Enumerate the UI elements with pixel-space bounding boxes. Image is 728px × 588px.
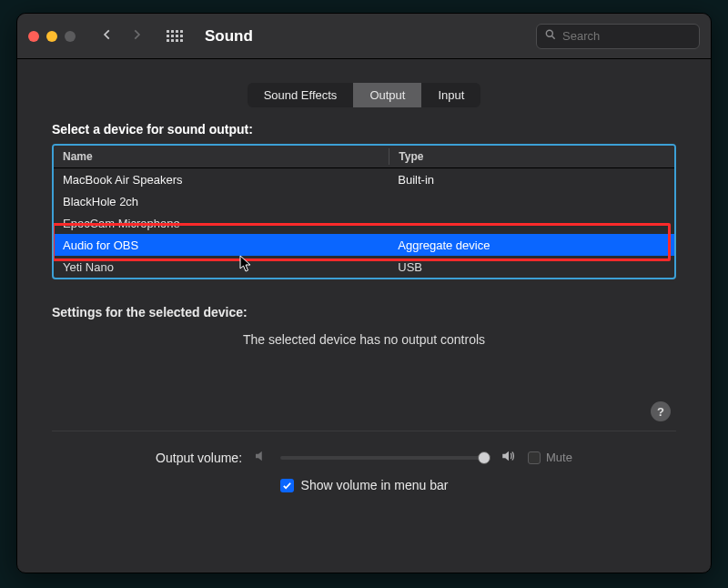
- show-volume-label: Show volume in menu bar: [301, 478, 449, 492]
- mute-label: Mute: [546, 451, 572, 464]
- preferences-window: Sound Sound Effects Output Input Select …: [16, 13, 712, 573]
- mute-group: Mute: [528, 451, 572, 464]
- svg-point-0: [546, 30, 552, 36]
- device-table: Name Type MacBook Air Speakers Built-in …: [52, 144, 676, 279]
- segmented-tabs: Sound Effects Output Input: [248, 83, 481, 107]
- bottom-panel: Output volume: Mute Sho: [52, 431, 676, 492]
- table-row[interactable]: MacBook Air Speakers Built-in: [54, 168, 674, 190]
- table-row[interactable]: EpocCam Microphone: [54, 212, 674, 234]
- output-volume-slider[interactable]: [280, 456, 490, 460]
- show-volume-row: Show volume in menu bar: [280, 478, 449, 492]
- nav-arrows: [101, 28, 143, 44]
- slider-thumb[interactable]: [478, 451, 490, 464]
- no-controls-message: The selected device has no output contro…: [52, 332, 676, 347]
- search-input[interactable]: [562, 29, 692, 43]
- section-label: Select a device for sound output:: [52, 122, 676, 137]
- help-button[interactable]: ?: [651, 401, 671, 421]
- table-row[interactable]: BlackHole 2ch: [54, 190, 674, 212]
- close-window-button[interactable]: [28, 31, 39, 42]
- table-row-selected[interactable]: Audio for OBS Aggregate device: [54, 234, 674, 256]
- mute-checkbox[interactable]: [528, 451, 541, 464]
- svg-line-1: [551, 35, 554, 38]
- search-icon: [544, 28, 557, 44]
- window-title: Sound: [205, 27, 253, 46]
- table-row[interactable]: Yeti Nano USB: [54, 256, 674, 278]
- col-header-type[interactable]: Type: [389, 146, 674, 167]
- volume-row: Output volume: Mute: [52, 448, 676, 467]
- traffic-lights: [28, 31, 76, 42]
- tab-input[interactable]: Input: [421, 83, 480, 107]
- titlebar: Sound: [17, 14, 711, 59]
- output-volume-label: Output volume:: [156, 451, 242, 465]
- forward-button[interactable]: [130, 28, 143, 44]
- zoom-window-button[interactable]: [65, 31, 76, 42]
- content-area: Sound Effects Output Input Select a devi…: [17, 59, 711, 573]
- show-all-icon[interactable]: [167, 30, 183, 42]
- tab-sound-effects[interactable]: Sound Effects: [248, 83, 354, 107]
- show-volume-checkbox[interactable]: [280, 479, 294, 492]
- minimize-window-button[interactable]: [46, 31, 57, 42]
- search-field[interactable]: [536, 24, 700, 49]
- table-body: MacBook Air Speakers Built-in BlackHole …: [54, 168, 674, 278]
- settings-label: Settings for the selected device:: [52, 305, 676, 319]
- tab-output[interactable]: Output: [353, 83, 421, 107]
- col-header-name[interactable]: Name: [54, 146, 389, 167]
- speaker-low-icon: [253, 448, 269, 467]
- back-button[interactable]: [101, 28, 114, 44]
- table-header: Name Type: [54, 146, 674, 168]
- speaker-high-icon: [500, 448, 517, 467]
